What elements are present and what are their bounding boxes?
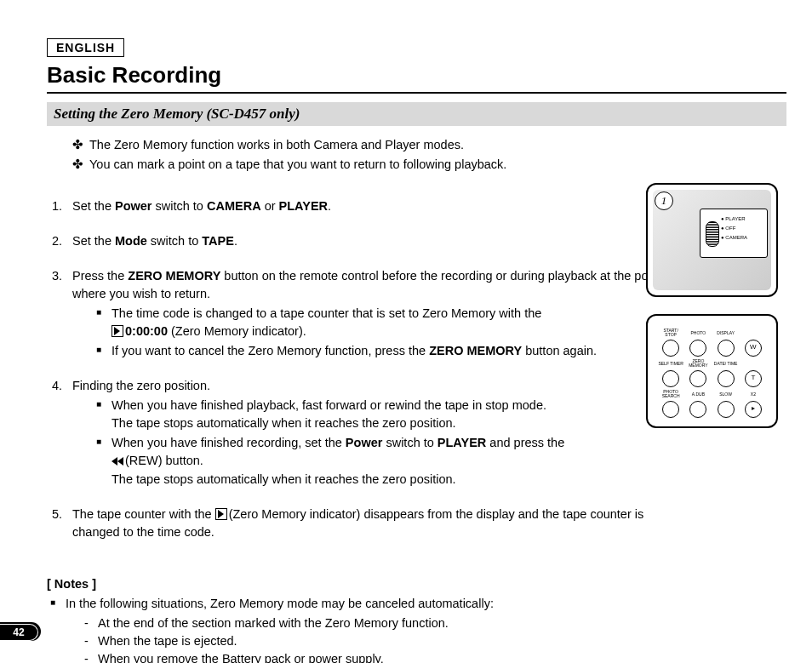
- cross-bullet-icon: ✤: [72, 156, 89, 174]
- play-box-icon: [215, 508, 227, 520]
- note-1-dash: When the tape is ejected.: [84, 632, 786, 650]
- page-number: 42: [0, 624, 38, 641]
- remote-btn: PHOTO SEARCH: [658, 389, 683, 418]
- remote-btn: START/ STOP: [658, 328, 683, 357]
- intro-line: You can mark a point on a tape that you …: [89, 156, 506, 174]
- section-subtitle: Setting the Zero Memory (SC-D457 only): [47, 102, 786, 126]
- page-title: Basic Recording: [47, 62, 786, 94]
- figure-power-switch: 1 ● PLAYER ● OFF ● CAMERA: [646, 183, 778, 297]
- steps-list: Set the Power switch to CAMERA or PLAYER…: [47, 197, 670, 541]
- language-label: ENGLISH: [47, 38, 124, 57]
- step-4: Finding the zero position. When you have…: [66, 377, 670, 489]
- remote-btn: SLOW: [713, 389, 739, 418]
- step-4-sub-1: When you have finished playback, fast fo…: [96, 397, 670, 432]
- switch-option: ● PLAYER: [721, 214, 764, 224]
- note-1-dash: When you remove the Battery pack or powe…: [84, 650, 786, 663]
- play-box-icon: [112, 325, 123, 337]
- remote-btn: PHOTO: [685, 328, 711, 357]
- remote-btn: DATE/ TIME: [713, 358, 739, 387]
- switch-option: ● OFF: [721, 224, 764, 233]
- cross-bullet-icon: ✤: [72, 136, 89, 154]
- note-1: In the following situations, Zero Memory…: [47, 595, 786, 663]
- remote-btn: T: [741, 358, 766, 387]
- step-5-text-a: The tape counter with the: [72, 507, 215, 521]
- step-5: The tape counter with the (Zero Memory i…: [66, 506, 670, 541]
- switch-option: ● CAMERA: [721, 233, 764, 243]
- power-switch-knob: [706, 221, 719, 247]
- figures-column: 1 ● PLAYER ● OFF ● CAMERA START/ STOP PH…: [646, 183, 778, 445]
- step-4-sub-2: When you have finished recording, set th…: [96, 434, 670, 489]
- intro-block: ✤The Zero Memory function works in both …: [72, 136, 786, 174]
- page-number-badge: 42: [0, 622, 41, 641]
- remote-btn: SELF TIMER: [658, 358, 683, 387]
- step-3-sub-1: The time code is changed to a tape count…: [96, 305, 670, 340]
- remote-btn: X2▸: [741, 389, 766, 418]
- callout-number: 1: [655, 191, 673, 210]
- note-1-dash: At the end of the section marked with th…: [84, 614, 786, 632]
- remote-btn: ZERO MEMORY: [685, 358, 711, 387]
- remote-btn: A.DUB: [685, 389, 711, 418]
- step-3-sub-2: If you want to cancel the Zero Memory fu…: [96, 342, 670, 360]
- figure-remote: START/ STOP PHOTO DISPLAY W SELF TIMER Z…: [646, 314, 778, 428]
- intro-line: The Zero Memory function works in both C…: [89, 136, 464, 154]
- remote-btn: DISPLAY: [713, 328, 739, 357]
- step-1: Set the Power switch to CAMERA or PLAYER…: [66, 197, 670, 215]
- remote-btn: W: [741, 328, 766, 357]
- step-3: Press the ZERO MEMORY button on the remo…: [66, 267, 670, 360]
- step-2: Set the Mode switch to TAPE.: [66, 232, 670, 250]
- rewind-icon: [112, 453, 123, 471]
- notes-heading: [ Notes ]: [47, 575, 786, 593]
- notes-list: In the following situations, Zero Memory…: [47, 595, 786, 663]
- power-switch-plate: ● PLAYER ● OFF ● CAMERA: [700, 209, 768, 258]
